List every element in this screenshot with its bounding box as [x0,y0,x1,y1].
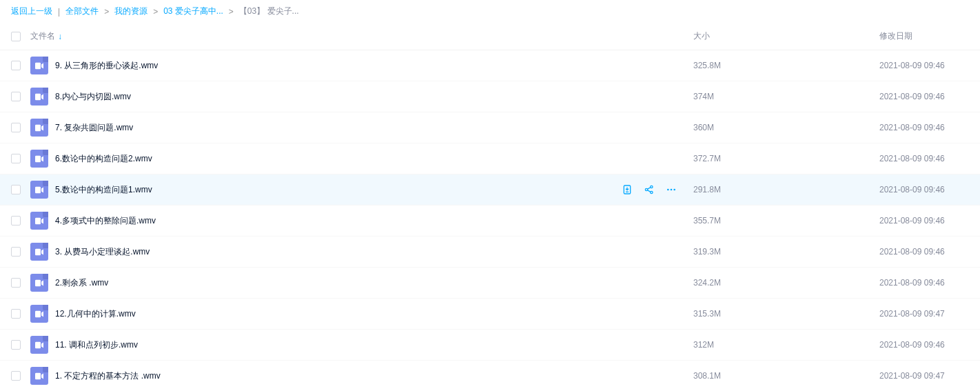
row-checkbox[interactable] [11,123,21,132]
row-checkbox[interactable] [11,278,21,288]
svg-point-39 [673,189,675,191]
table-row[interactable]: 1. 不定方程的基本方法 .wmv 308.1M 2021-08-09 09:4… [0,361,980,391]
column-header-name[interactable]: 文件名 ↓ [30,30,693,42]
file-name[interactable]: 12.几何中的计算.wmv [55,308,136,320]
video-file-icon [30,119,48,137]
svg-point-38 [671,189,673,191]
table-row[interactable]: 12.几何中的计算.wmv 315.3M 2021-08-09 09:47 [0,299,980,330]
file-name[interactable]: 8.内心与内切圆.wmv [55,91,131,103]
file-size: 308.1M [693,371,879,381]
breadcrumb-sep: | [58,7,60,17]
chevron-right-icon: > [104,7,109,17]
file-size: 372.7M [693,154,879,163]
file-size: 315.3M [693,309,879,319]
table-row[interactable]: 2.剩余系 .wmv 324.2M 2021-08-09 09:46 [0,268,980,299]
file-date: 2021-08-09 09:46 [879,278,969,288]
select-all-checkbox[interactable] [11,32,21,41]
file-name[interactable]: 7. 复杂共圆问题.wmv [55,122,133,134]
svg-rect-64 [35,311,41,318]
breadcrumb-item-1[interactable]: 我的资源 [114,6,147,17]
file-name[interactable]: 2.剩余系 .wmv [55,277,108,289]
file-size: 291.8M [693,185,879,194]
file-size: 312M [693,340,879,350]
row-checkbox[interactable] [11,309,21,319]
svg-rect-32 [35,187,41,194]
row-checkbox[interactable] [11,247,21,257]
breadcrumb-back[interactable]: 返回上一级 [11,6,52,17]
file-date: 2021-08-09 09:46 [879,185,969,194]
svg-rect-72 [35,342,41,349]
table-row[interactable]: 6.数论中的构造问题2.wmv 372.7M 2021-08-09 09:46 [0,143,980,174]
file-date: 2021-08-09 09:46 [879,61,969,70]
table-row[interactable]: 3. 从费马小定理谈起.wmv 319.3M 2021-08-09 09:46 [0,237,980,268]
video-file-icon [30,274,48,292]
file-name[interactable]: 4.多项式中的整除问题.wmv [55,215,156,227]
row-checkbox[interactable] [11,61,21,70]
file-size: 355.7M [693,216,879,225]
svg-point-37 [667,189,669,191]
row-checkbox[interactable] [11,154,21,163]
svg-rect-80 [35,373,41,380]
row-checkbox[interactable] [11,92,21,101]
chevron-right-icon: > [229,7,234,17]
svg-rect-56 [35,280,41,287]
row-checkbox[interactable] [11,340,21,350]
svg-rect-40 [35,218,41,225]
file-name[interactable]: 1. 不定方程的基本方法 .wmv [55,370,161,382]
row-actions [622,184,677,195]
file-name[interactable]: 11. 调和点列初步.wmv [55,339,138,351]
share-button[interactable] [644,184,655,195]
row-checkbox[interactable] [11,185,21,194]
file-date: 2021-08-09 09:46 [879,92,969,101]
video-file-icon [30,150,48,168]
video-file-icon [30,367,48,385]
chevron-right-icon: > [153,7,158,17]
file-name[interactable]: 3. 从费马小定理谈起.wmv [55,246,150,258]
column-header-size[interactable]: 大小 [693,30,879,42]
file-date: 2021-08-09 09:46 [879,154,969,163]
svg-rect-24 [35,156,41,163]
file-size: 374M [693,92,879,101]
table-row[interactable]: 8.内心与内切圆.wmv 374M 2021-08-09 09:46 [0,81,980,112]
file-date: 2021-08-09 09:46 [879,216,969,225]
file-name[interactable]: 9. 从三角形的垂心谈起.wmv [55,60,158,72]
video-file-icon [30,336,48,354]
file-size: 325.8M [693,61,879,70]
svg-rect-8 [35,94,41,101]
file-date: 2021-08-09 09:46 [879,123,969,132]
file-date: 2021-08-09 09:46 [879,340,969,350]
video-file-icon [30,181,48,199]
video-file-icon [30,212,48,230]
video-file-icon [30,88,48,106]
video-file-icon [30,305,48,323]
column-header-date[interactable]: 修改日期 [879,30,969,42]
table-row[interactable]: 5.数论中的构造问题1.wmv 291.8M 2021-08-09 09:46 [0,174,980,205]
table-row[interactable]: 7. 复杂共圆问题.wmv 360M 2021-08-09 09:46 [0,112,980,143]
file-size: 360M [693,123,879,132]
file-date: 2021-08-09 09:46 [879,247,969,257]
save-to-button[interactable] [622,184,633,195]
table-row[interactable]: 9. 从三角形的垂心谈起.wmv 325.8M 2021-08-09 09:46 [0,50,980,81]
file-size: 319.3M [693,247,879,257]
file-list: 9. 从三角形的垂心谈起.wmv 325.8M 2021-08-09 09:46… [0,50,980,391]
sort-arrow-down-icon: ↓ [58,32,62,41]
table-header: 文件名 ↓ 大小 修改日期 [0,23,980,50]
file-date: 2021-08-09 09:47 [879,309,969,319]
svg-rect-16 [35,125,41,132]
breadcrumb-item-2[interactable]: 03 爱尖子高中... [163,6,223,17]
table-row[interactable]: 4.多项式中的整除问题.wmv 355.7M 2021-08-09 09:46 [0,205,980,237]
breadcrumb-item-0[interactable]: 全部文件 [65,6,99,17]
file-date: 2021-08-09 09:47 [879,371,969,381]
file-name[interactable]: 5.数论中的构造问题1.wmv [55,184,152,196]
more-button[interactable] [666,184,677,195]
video-file-icon [30,243,48,261]
file-size: 324.2M [693,278,879,288]
breadcrumb: 返回上一级 | 全部文件 > 我的资源 > 03 爱尖子高中... > 【03】… [0,0,980,23]
table-row[interactable]: 11. 调和点列初步.wmv 312M 2021-08-09 09:46 [0,330,980,361]
row-checkbox[interactable] [11,371,21,381]
breadcrumb-current: 【03】 爱尖子... [239,6,299,17]
file-name[interactable]: 6.数论中的构造问题2.wmv [55,153,152,165]
svg-rect-0 [35,63,41,70]
svg-rect-48 [35,249,41,256]
row-checkbox[interactable] [11,216,21,225]
